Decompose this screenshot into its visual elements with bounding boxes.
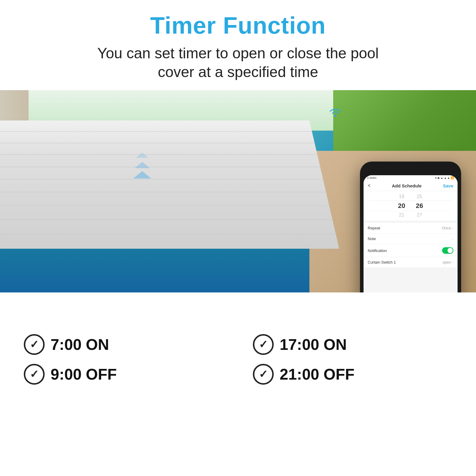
cover-line-6 [0, 192, 326, 192]
minute-3: 27 [414, 212, 425, 218]
check-icon-2: ✓ [253, 334, 274, 355]
curtain-switch-label: Curtain Switch 1 [368, 260, 396, 264]
cover-line-1 [0, 131, 312, 132]
phone-status-bar: 0.3KB/s ● ◉ ▲ ▲ ▲ 📶 [364, 175, 458, 181]
cover-line-3 [0, 154, 317, 155]
phone-nav-title: Add Schedule [392, 183, 422, 188]
hour-2: 20 [396, 202, 408, 210]
schedule-item-3: ✓ 9:00 OFF [24, 364, 223, 385]
pool-cover [0, 120, 339, 249]
notification-label: Notification [368, 248, 387, 253]
minute-2: 26 [414, 202, 425, 210]
check-icon-1: ✓ [24, 334, 45, 355]
setting-note[interactable]: Note › [364, 234, 458, 244]
status-icons: ● ◉ ▲ ▲ ▲ 📶 [435, 176, 454, 179]
schedule-text-1: 7:00 ON [51, 336, 109, 353]
bottom-section: ✓ 7:00 ON ✓ 17:00 ON ✓ 9:00 OFF [0, 292, 476, 426]
arrow-2 [135, 162, 150, 168]
time-divider-bottom [369, 211, 452, 211]
time-picker[interactable]: 19 25 20 26 21 27 [364, 191, 458, 221]
notification-toggle[interactable] [442, 247, 453, 254]
repeat-text: Once [442, 226, 451, 230]
curtain-chevron-icon: › [452, 261, 453, 264]
svg-point-0 [334, 115, 336, 117]
cover-line-7 [0, 205, 329, 206]
cover-line-5 [0, 179, 323, 179]
note-value: › [452, 237, 453, 241]
cover-line-2 [0, 143, 315, 143]
schedule-text-2: 17:00 ON [280, 336, 347, 353]
hour-1: 19 [396, 194, 408, 199]
setting-notification[interactable]: Notification [364, 244, 458, 257]
phone-screen: 0.3KB/s ● ◉ ▲ ▲ ▲ 📶 < Add Schedule Save … [364, 175, 458, 292]
phone-mockup: 0.3KB/s ● ◉ ▲ ▲ ▲ 📶 < Add Schedule Save … [360, 162, 461, 292]
schedule-item-1: ✓ 7:00 ON [24, 334, 223, 355]
pool-cover-lines [0, 120, 339, 249]
schedule-text-4: 21:00 OFF [280, 365, 354, 383]
schedule-text-3: 9:00 OFF [51, 365, 117, 383]
phone-nav-bar: < Add Schedule Save [364, 181, 458, 191]
checkmark-1: ✓ [30, 338, 39, 351]
main-title: Timer Function [30, 12, 446, 39]
pool-section: 0.3KB/s ● ◉ ▲ ▲ ▲ 📶 < Add Schedule Save … [0, 90, 476, 292]
curtain-switch-text: open [442, 260, 451, 264]
time-row-3: 21 27 [364, 212, 458, 218]
hour-3: 21 [396, 212, 408, 218]
time-row-2: 20 26 [364, 201, 458, 210]
pool-background: 0.3KB/s ● ◉ ▲ ▲ ▲ 📶 < Add Schedule Save … [0, 90, 476, 292]
note-chevron-icon: › [452, 237, 453, 241]
schedule-item-4: ✓ 21:00 OFF [253, 364, 452, 385]
arrow-1 [136, 153, 148, 158]
repeat-label: Repeat [368, 226, 380, 230]
minute-1: 25 [414, 194, 425, 199]
toggle-knob [447, 248, 453, 253]
time-divider-top [369, 201, 452, 201]
subtitle: You can set timer to open or close the p… [30, 44, 446, 81]
cover-line-4 [0, 166, 320, 167]
wifi-icon [328, 106, 343, 121]
phone-back-button[interactable]: < [368, 183, 370, 188]
phone-notch [399, 167, 422, 173]
schedule-list: ✓ 7:00 ON ✓ 17:00 ON ✓ 9:00 OFF [24, 334, 452, 385]
schedule-item-2: ✓ 17:00 ON [253, 334, 452, 355]
check-icon-4: ✓ [253, 364, 274, 385]
time-row-1: 19 25 [364, 193, 458, 200]
status-speed: 0.3KB/s [367, 176, 377, 179]
arrow-3 [133, 171, 151, 178]
repeat-value: Once › [442, 226, 453, 230]
phone-save-button[interactable]: Save [443, 183, 453, 188]
check-icon-3: ✓ [24, 364, 45, 385]
header-section: Timer Function You can set timer to open… [0, 0, 476, 90]
cover-line-8 [0, 219, 333, 220]
checkmark-4: ✓ [259, 368, 268, 381]
signal-arrows [133, 151, 151, 179]
setting-repeat[interactable]: Repeat Once › [364, 223, 458, 234]
note-label: Note [368, 237, 376, 241]
settings-section: Repeat Once › Note › [364, 221, 458, 270]
setting-curtain-switch[interactable]: Curtain Switch 1 open › [364, 257, 458, 268]
repeat-chevron-icon: › [452, 226, 453, 230]
cover-line-9 [0, 234, 336, 234]
page-wrapper: Timer Function You can set timer to open… [0, 0, 476, 476]
checkmark-3: ✓ [30, 368, 39, 381]
checkmark-2: ✓ [259, 338, 268, 351]
curtain-switch-value: open › [442, 260, 453, 264]
